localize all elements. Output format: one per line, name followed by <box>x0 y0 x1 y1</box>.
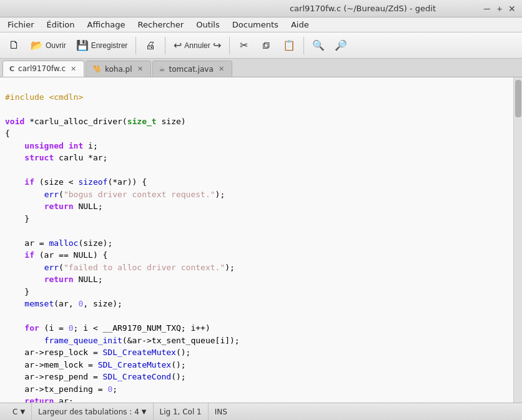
menu-aide[interactable]: Aide <box>286 19 314 31</box>
cut-icon: ✂ <box>240 39 248 51</box>
mode-label: INS <box>215 408 227 416</box>
toolbar-separator-4 <box>303 37 304 54</box>
tab-close-tomcat[interactable]: ✕ <box>217 65 225 73</box>
open-button[interactable]: 📂 Ouvrir <box>26 35 71 56</box>
language-section[interactable]: C ▼ <box>6 403 32 420</box>
undo-button[interactable]: ↩ Annuler ↪ <box>169 35 225 56</box>
search-icon: 🔍 <box>312 39 325 51</box>
minimize-button[interactable]: ─ <box>482 4 492 14</box>
menu-outils[interactable]: Outils <box>191 19 225 31</box>
tab-close-carl9170[interactable]: ✕ <box>69 65 77 73</box>
tab-width-section[interactable]: Largeur des tabulations : 4 ▼ <box>32 403 153 420</box>
mode-section: INS <box>209 403 234 420</box>
search-button[interactable]: 🔍 <box>308 35 329 56</box>
copy-button[interactable]: ⧉ <box>256 35 277 56</box>
paste-button[interactable]: 📋 <box>278 35 300 56</box>
tab-icon-tomcat: ☕ <box>159 65 165 73</box>
save-button[interactable]: 💾 Enregistrer <box>72 35 132 56</box>
titlebar-controls: ─ + ✕ <box>482 4 517 14</box>
tab-width-arrow-icon: ▼ <box>142 408 147 415</box>
tab-koha[interactable]: 🐪 koha.pl ✕ <box>86 61 151 77</box>
tab-label-carl9170: carl9170fw.c <box>18 64 66 73</box>
close-button[interactable]: ✕ <box>507 4 517 14</box>
undo-arrow-icon: ↩ <box>174 39 182 51</box>
cut-button[interactable]: ✂ <box>234 35 255 56</box>
tab-label-tomcat: tomcat.java <box>169 65 213 74</box>
tab-icon-carl9170: C <box>9 65 14 73</box>
menubar: Fichier Édition Affichage Rechercher Out… <box>0 17 522 32</box>
search-replace-icon: 🔎 <box>335 39 347 51</box>
toolbar-separator-1 <box>135 37 136 54</box>
print-icon: 🖨 <box>145 40 155 51</box>
save-label: Enregistrer <box>91 41 128 50</box>
tab-carl9170[interactable]: C carl9170fw.c ✕ <box>2 61 84 77</box>
paste-icon: 📋 <box>283 39 295 51</box>
undo-label: Annuler <box>184 41 210 50</box>
menu-rechercher[interactable]: Rechercher <box>133 19 189 31</box>
position-label: Lig 1, Col 1 <box>160 408 202 416</box>
tab-tomcat[interactable]: ☕ tomcat.java ✕ <box>152 61 232 77</box>
scrollbar[interactable] <box>513 77 522 403</box>
search-replace-button[interactable]: 🔎 <box>330 35 352 56</box>
maximize-button[interactable]: + <box>495 4 505 14</box>
titlebar-title: carl9170fw.c (~/Bureau/ZdS) - gedit <box>244 4 482 13</box>
statusbar: C ▼ Largeur des tabulations : 4 ▼ Lig 1,… <box>0 403 522 420</box>
print-button[interactable]: 🖨 <box>140 35 161 56</box>
position-section: Lig 1, Col 1 <box>154 403 209 420</box>
redo-arrow-icon: ↪ <box>213 39 221 51</box>
tab-close-koha[interactable]: ✕ <box>136 65 144 73</box>
tab-icon-koha: 🐪 <box>92 65 101 73</box>
tabs: C carl9170fw.c ✕ 🐪 koha.pl ✕ ☕ tomcat.ja… <box>0 59 522 77</box>
toolbar-separator-2 <box>165 37 165 54</box>
language-arrow-icon: ▼ <box>20 408 25 415</box>
open-label: Ouvrir <box>46 41 66 50</box>
tab-label-koha: koha.pl <box>105 65 132 74</box>
titlebar: carl9170fw.c (~/Bureau/ZdS) - gedit ─ + … <box>0 0 522 17</box>
copy-icon: ⧉ <box>263 40 270 51</box>
toolbar: 🗋 📂 Ouvrir 💾 Enregistrer 🖨 ↩ Annuler ↪ ✂… <box>0 32 522 59</box>
open-icon: 📂 <box>31 39 43 51</box>
menu-fichier[interactable]: Fichier <box>2 19 39 31</box>
new-icon: 🗋 <box>9 39 20 52</box>
toolbar-separator-3 <box>229 37 230 54</box>
tab-width-label: Largeur des tabulations : 4 <box>38 408 139 416</box>
editor-container: #include <cmdln> void *carlu_alloc_drive… <box>0 77 522 403</box>
menu-edition[interactable]: Édition <box>42 19 80 31</box>
menu-documents[interactable]: Documents <box>227 19 283 31</box>
scrollbar-thumb[interactable] <box>515 80 521 117</box>
new-button[interactable]: 🗋 <box>4 35 25 56</box>
code-editor[interactable]: #include <cmdln> void *carlu_alloc_drive… <box>0 77 513 403</box>
save-icon: 💾 <box>76 39 89 51</box>
menu-affichage[interactable]: Affichage <box>82 19 130 31</box>
language-label: C <box>12 408 17 416</box>
